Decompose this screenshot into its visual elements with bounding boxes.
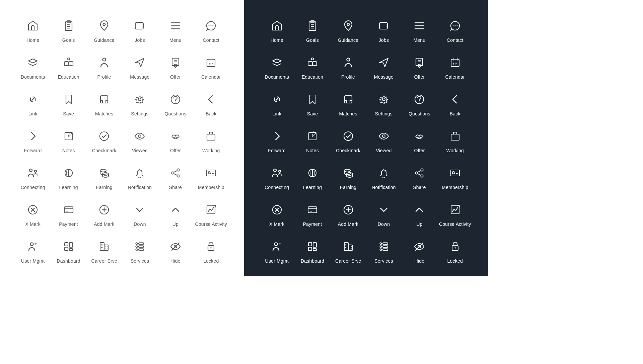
working-icon — [449, 130, 461, 142]
icon-grid-dark: HomeGoalsGuidanceJobsMenuContactDocument… — [261, 20, 472, 264]
guidance-icon-label: Guidance — [338, 37, 359, 43]
settings-icon-cell: Settings — [124, 94, 156, 116]
forward-icon — [27, 130, 39, 142]
notification-icon-label: Notification — [372, 185, 396, 190]
usermgmt-icon-label: User Mgmt — [265, 258, 289, 264]
earning-icon-label: Earning — [340, 185, 357, 190]
guidance-icon — [98, 20, 110, 31]
checkmark-icon — [343, 130, 354, 142]
icon-panel-dark: HomeGoalsGuidanceJobsMenuContactDocument… — [244, 0, 488, 276]
education-icon-label: Education — [302, 74, 323, 80]
offer2-icon-label: Offer — [414, 148, 425, 153]
working-icon-label: Working — [446, 148, 464, 153]
learning-icon-label: Learning — [59, 185, 78, 190]
menu-icon-label: Menu — [413, 37, 425, 43]
goals-icon-label: Goals — [306, 37, 319, 43]
guidance-icon — [343, 20, 354, 31]
courseactivity-icon-cell: Course Activity — [439, 204, 471, 227]
message-icon-cell: Message — [368, 57, 400, 80]
link-icon — [27, 94, 39, 105]
notification-icon — [134, 167, 145, 179]
matches-icon-label: Matches — [339, 111, 357, 116]
down-icon-cell: Down — [124, 204, 156, 227]
careersrvc-icon-cell: Career Srvc — [332, 241, 364, 264]
working-icon-label: Working — [202, 148, 220, 153]
careersrvc-icon-label: Career Srvc — [91, 258, 117, 264]
addmark-icon-cell: Add Mark — [332, 204, 364, 227]
link-icon-label: Link — [28, 111, 37, 116]
profile-icon-label: Profile — [341, 74, 355, 80]
addmark-icon-label: Add Mark — [338, 221, 359, 227]
profile-icon-label: Profile — [97, 74, 111, 80]
guidance-icon-label: Guidance — [94, 37, 115, 43]
questions-icon-label: Questions — [164, 111, 186, 116]
addmark-icon — [343, 204, 354, 215]
up-icon — [414, 204, 425, 215]
questions-icon — [414, 94, 425, 105]
up-icon-cell: Up — [403, 204, 435, 227]
contact-icon — [205, 20, 217, 31]
jobs-icon-label: Jobs — [379, 37, 389, 43]
checkmark-icon-label: Checkmark — [92, 148, 117, 153]
settings-icon-label: Settings — [131, 111, 148, 116]
matches-icon-label: Matches — [95, 111, 113, 116]
forward-icon-label: Forward — [24, 148, 42, 153]
questions-icon — [170, 94, 181, 105]
matches-icon-cell: Matches — [88, 94, 120, 116]
guidance-icon-cell: Guidance — [88, 20, 120, 43]
calendar-icon-label: Calendar — [201, 74, 221, 80]
save-icon-cell: Save — [52, 94, 84, 116]
locked-icon-label: Locked — [203, 258, 219, 264]
dashboard-icon-cell: Dashboard — [52, 241, 84, 264]
learning-icon-cell: Learning — [296, 167, 329, 190]
up-icon — [170, 204, 181, 215]
usermgmt-icon-cell: User Mgmt — [17, 241, 49, 264]
offer2-icon-label: Offer — [170, 148, 181, 153]
addmark-icon-cell: Add Mark — [88, 204, 120, 227]
connecting-icon-label: Connecting — [265, 185, 289, 190]
down-icon-label: Down — [378, 221, 390, 227]
settings-icon — [134, 94, 145, 105]
guidance-icon-cell: Guidance — [332, 20, 364, 43]
message-icon — [134, 57, 145, 68]
working-icon-cell: Working — [195, 130, 227, 153]
share-icon-cell: Share — [403, 167, 435, 190]
education-icon — [307, 57, 318, 68]
documents-icon — [27, 57, 39, 68]
careersrvc-icon — [343, 241, 354, 252]
back-icon-label: Back — [450, 111, 460, 116]
dashboard-icon-cell: Dashboard — [296, 241, 329, 264]
payment-icon-label: Payment — [59, 221, 78, 227]
home-icon — [27, 20, 39, 31]
earning-icon — [343, 167, 354, 179]
xmark-icon-label: X Mark — [25, 221, 41, 227]
share-icon — [414, 167, 425, 179]
viewed-icon — [134, 130, 145, 142]
careersrvc-icon-label: Career Srvc — [335, 258, 361, 264]
offer2-icon-cell: Offer — [159, 130, 192, 153]
viewed-icon-cell: Viewed — [124, 130, 156, 153]
dashboard-icon-label: Dashboard — [57, 258, 80, 264]
contact-icon-label: Contact — [447, 37, 463, 43]
offer-icon — [170, 57, 181, 68]
home-icon — [271, 20, 283, 31]
forward-icon-cell: Forward — [261, 130, 293, 153]
offer-icon-cell: Offer — [159, 57, 192, 80]
hide-icon-cell: Hide — [159, 241, 192, 264]
notes-icon-cell: Notes — [296, 130, 329, 153]
membership-icon — [449, 167, 461, 179]
profile-icon — [343, 57, 354, 68]
hide-icon-label: Hide — [415, 258, 425, 264]
goals-icon — [63, 20, 74, 31]
earning-icon-cell: Earning — [332, 167, 364, 190]
addmark-icon — [98, 204, 110, 215]
documents-icon-cell: Documents — [261, 57, 293, 80]
services-icon — [134, 241, 145, 252]
save-icon — [307, 94, 318, 105]
earning-icon — [98, 167, 110, 179]
back-icon — [205, 94, 217, 105]
jobs-icon-cell: Jobs — [368, 20, 400, 43]
down-icon — [378, 204, 389, 215]
share-icon-label: Share — [169, 185, 182, 190]
calendar-icon-label: Calendar — [445, 74, 465, 80]
